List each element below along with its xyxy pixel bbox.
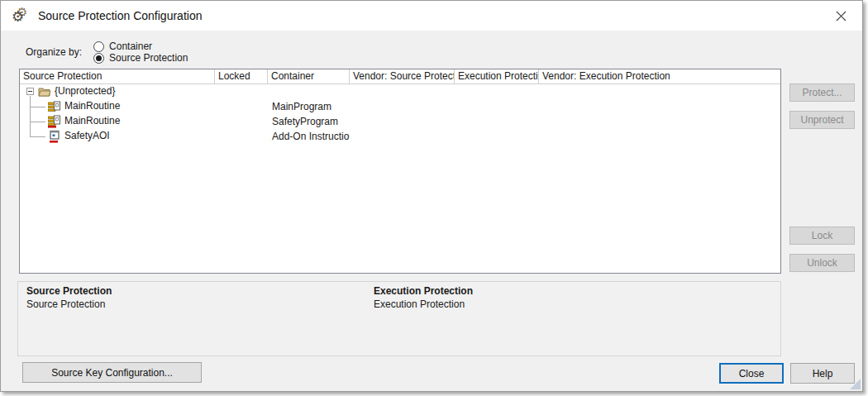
source-protection-list[interactable]: Source ProtectionLockedContainerVendor: …: [19, 69, 781, 274]
row-label[interactable]: {Unprotected}: [55, 84, 115, 99]
radio-icon[interactable]: [93, 41, 104, 52]
container-cell: MainProgram: [268, 99, 350, 114]
source-protection-configuration-dialog: ⚙⚙ Source Protection Configuration Organ…: [0, 0, 863, 392]
radio-label: Container: [109, 41, 152, 52]
locked-cell: [215, 114, 268, 129]
tree-cell: {Unprotected}: [20, 84, 215, 99]
details-panel: Source Protection Source Protection Exec…: [17, 281, 781, 356]
lock-button[interactable]: Lock: [789, 227, 855, 245]
list-body: {Unprotected}MainRoutineMainProgramMainR…: [20, 84, 780, 144]
radio-icon[interactable]: [93, 53, 104, 64]
execution-protection-cell: [455, 99, 539, 114]
vendor-execution-protection-cell: [539, 114, 780, 129]
vendor-source-protection-cell: [350, 129, 455, 144]
vendor-source-protection-cell: [350, 114, 455, 129]
column-header-4[interactable]: Execution Protectio: [455, 69, 539, 83]
tree-line: [30, 136, 45, 137]
column-header-2[interactable]: Container: [268, 69, 350, 83]
safety-routine-icon: [48, 115, 61, 128]
vendor-source-protection-cell: [350, 99, 455, 114]
open-folder-icon: [38, 85, 51, 98]
title-bar: ⚙⚙ Source Protection Configuration: [1, 1, 862, 31]
column-header-0[interactable]: Source Protection: [20, 69, 215, 83]
execution-protection-value: Execution Protection: [374, 298, 473, 312]
tree-cell: SafetyAOI: [20, 129, 215, 144]
row-label[interactable]: MainRoutine: [64, 114, 120, 129]
locked-cell: [215, 84, 268, 99]
container-cell: SafetyProgram: [268, 114, 350, 129]
vendor-execution-protection-cell: [539, 99, 780, 114]
routine-icon: [48, 100, 61, 113]
source-protection-value: Source Protection: [26, 298, 112, 312]
safety-aoi-icon: [48, 130, 61, 143]
column-header-3[interactable]: Vendor: Source Protectio: [350, 69, 455, 83]
organize-radio-source-protection[interactable]: Source Protection: [93, 52, 188, 64]
radio-label: Source Protection: [109, 52, 188, 64]
vendor-execution-protection-cell: [539, 84, 780, 99]
protect-button[interactable]: Protect...: [789, 83, 855, 102]
execution-protection-cell: [455, 84, 539, 99]
tree-line: [30, 107, 45, 107]
source-key-configuration-button[interactable]: Source Key Configuration...: [22, 362, 202, 383]
tree-cell: MainRoutine: [20, 114, 215, 129]
table-row[interactable]: MainRoutineMainProgram: [20, 99, 780, 114]
unlock-button[interactable]: Unlock: [789, 254, 855, 272]
table-row[interactable]: SafetyAOIAdd-On Instructions: [20, 129, 780, 144]
container-cell: [268, 84, 350, 99]
organize-by-label: Organize by:: [26, 46, 82, 58]
dialog-title: Source Protection Configuration: [38, 9, 202, 22]
locked-cell: [215, 99, 268, 114]
execution-protection-cell: [455, 114, 539, 129]
close-icon[interactable]: [829, 6, 852, 26]
vendor-execution-protection-cell: [539, 129, 780, 144]
organize-by-row: Organize by: ContainerSource Protection: [26, 45, 211, 59]
tree-cell: MainRoutine: [20, 99, 215, 114]
column-header-1[interactable]: Locked: [215, 69, 268, 83]
vendor-source-protection-cell: [350, 84, 455, 99]
execution-protection-cell: [455, 129, 539, 144]
row-label[interactable]: SafetyAOI: [64, 129, 110, 144]
unprotect-button[interactable]: Unprotect: [789, 111, 855, 129]
locked-cell: [215, 129, 268, 144]
column-header-5[interactable]: Vendor: Execution Protection: [539, 69, 780, 83]
container-cell: Add-On Instructions: [268, 129, 350, 144]
source-protection-gear-icon: ⚙⚙: [12, 7, 30, 25]
help-button[interactable]: Help: [790, 363, 855, 384]
table-row[interactable]: MainRoutineSafetyProgram: [20, 114, 780, 129]
resize-grip[interactable]: [850, 379, 861, 389]
tree-line: [30, 122, 45, 122]
source-protection-heading: Source Protection: [26, 284, 112, 298]
execution-protection-heading: Execution Protection: [374, 284, 473, 298]
collapse-expander-icon[interactable]: [26, 88, 34, 95]
tree-line: [30, 129, 31, 136]
table-row[interactable]: {Unprotected}: [20, 84, 780, 99]
list-header: Source ProtectionLockedContainerVendor: …: [20, 69, 780, 84]
close-button[interactable]: Close: [719, 363, 784, 384]
organize-radio-container[interactable]: Container: [93, 41, 188, 52]
row-label[interactable]: MainRoutine: [64, 99, 120, 114]
